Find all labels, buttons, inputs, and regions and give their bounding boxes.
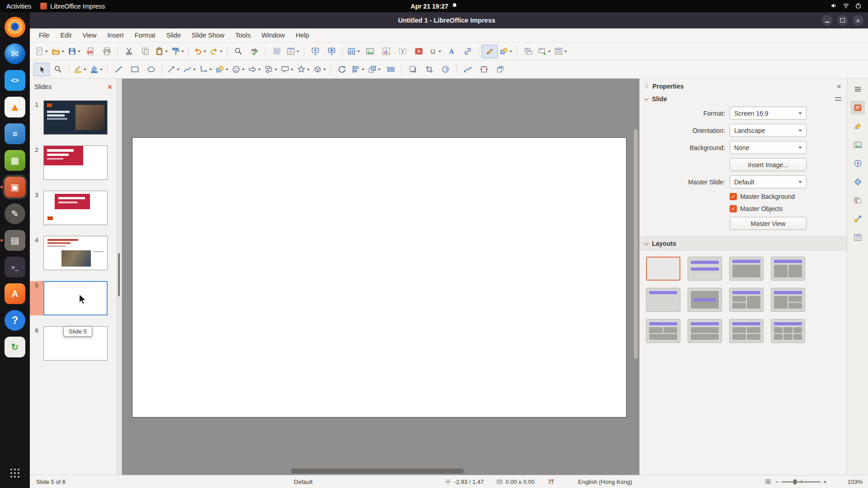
insert-table-button[interactable]	[345, 45, 362, 58]
zoom-button[interactable]	[50, 63, 66, 76]
hyperlink-button[interactable]	[459, 45, 476, 58]
connector-button[interactable]	[198, 63, 214, 76]
points-button[interactable]	[459, 63, 476, 76]
insert-image-button[interactable]: Insert Image...	[730, 158, 807, 171]
ellipse-shape-button[interactable]	[143, 63, 159, 76]
background-select[interactable]: None	[730, 141, 807, 154]
title-bar[interactable]: Untitled 1 - LibreOffice Impress ×	[30, 12, 868, 28]
layout-title-content[interactable]	[729, 257, 764, 281]
layout-blank[interactable]	[646, 257, 680, 281]
slide-3-thumbnail[interactable]	[43, 191, 108, 225]
layout-title-6content[interactable]	[771, 319, 805, 343]
layout-title-2c-over-c[interactable]	[646, 319, 680, 343]
callouts-button[interactable]	[279, 63, 295, 76]
distribute-button[interactable]	[382, 63, 399, 76]
zoom-percent[interactable]: 103%	[848, 479, 863, 485]
block-arrows-button[interactable]	[246, 63, 263, 76]
sidebar-tab-navigator[interactable]	[850, 156, 865, 170]
sidebar-tab-properties[interactable]	[850, 101, 865, 114]
minimize-button[interactable]	[822, 15, 833, 26]
paste-button[interactable]	[153, 45, 170, 58]
line-button[interactable]	[110, 63, 127, 76]
sidebar-tab-transition[interactable]	[850, 193, 865, 207]
sidebar-tab-styles[interactable]: A	[850, 119, 865, 133]
slide-layout-button[interactable]	[552, 45, 569, 58]
master-slide-name[interactable]: Default	[294, 479, 312, 485]
dock-gimp[interactable]: ✎	[5, 203, 25, 224]
layout-centered-text[interactable]	[688, 288, 722, 312]
dock-thunderbird[interactable]: ✉	[5, 43, 25, 64]
special-char-button[interactable]: Ω	[427, 45, 443, 58]
master-objects-checkbox[interactable]: Master Objects	[730, 205, 807, 213]
dock-calc[interactable]: ▦	[5, 150, 25, 171]
start-current-slide-button[interactable]	[323, 45, 340, 58]
focused-app-indicator[interactable]: LibreOffice Impress	[40, 3, 105, 10]
zoom-in-button[interactable]: +	[823, 479, 827, 485]
dock-vscode[interactable]: <>	[5, 70, 25, 91]
menu-slide[interactable]: Slide	[161, 30, 186, 41]
layout-title-c-over-c[interactable]	[688, 319, 722, 343]
duplicate-slide-button[interactable]	[520, 45, 536, 58]
line-color-button[interactable]	[72, 63, 88, 76]
dock-help[interactable]: ?	[5, 310, 25, 331]
dock-writer[interactable]: ≡	[5, 123, 25, 144]
zoom-slider-thumb[interactable]	[793, 479, 797, 484]
activities-button[interactable]: Activities	[6, 3, 31, 10]
menu-edit[interactable]: Edit	[55, 30, 77, 41]
spelling-button[interactable]: AB	[246, 45, 263, 58]
sidebar-tab-shapes[interactable]	[850, 175, 865, 188]
insert-chart-button[interactable]	[378, 45, 394, 58]
display-views-button[interactable]	[285, 45, 301, 58]
horizontal-scrollbar-thumb[interactable]	[291, 469, 463, 474]
menu-tools[interactable]: Tools	[230, 30, 256, 41]
new-document-button[interactable]	[33, 45, 50, 58]
unsaved-changes-icon[interactable]	[548, 479, 554, 485]
crop-button[interactable]	[421, 63, 437, 76]
zoom-slider[interactable]	[782, 479, 821, 485]
slide-2-thumbnail[interactable]	[43, 145, 108, 180]
layout-title-only[interactable]	[646, 288, 680, 312]
cut-button[interactable]	[121, 45, 137, 58]
layout-title-slide[interactable]	[688, 257, 722, 281]
orientation-select[interactable]: Landscape	[730, 124, 807, 137]
slide-5-thumbnail[interactable]	[43, 281, 108, 315]
glue-points-button[interactable]	[476, 63, 492, 76]
vertical-scrollbar-thumb[interactable]	[633, 129, 638, 359]
menu-window[interactable]: Window	[256, 30, 290, 41]
symbol-shapes-button[interactable]	[230, 63, 246, 76]
dock-vlc[interactable]: ▲	[5, 97, 25, 117]
flowchart-button[interactable]	[263, 63, 279, 76]
panel-grip-icon[interactable]	[645, 84, 648, 89]
select-button[interactable]	[33, 63, 50, 76]
start-first-slide-button[interactable]	[307, 45, 323, 58]
save-button[interactable]	[66, 45, 82, 58]
dock-terminal[interactable]: >_	[5, 257, 25, 277]
text-language[interactable]: English (Hong Kong)	[578, 479, 632, 485]
redo-button[interactable]	[208, 45, 224, 58]
close-button[interactable]: ×	[853, 15, 863, 26]
slides-panel-close-icon[interactable]	[108, 83, 112, 91]
display-grid-button[interactable]	[269, 45, 285, 58]
insert-media-button[interactable]	[410, 45, 427, 58]
menu-file[interactable]: File	[33, 30, 55, 41]
slide-1-thumbnail[interactable]	[43, 100, 108, 135]
zoom-out-button[interactable]: −	[776, 479, 779, 485]
clone-formatting-button[interactable]	[170, 45, 186, 58]
layout-title-2c-c[interactable]	[729, 288, 764, 312]
panel-splitter[interactable]	[117, 79, 122, 475]
dock-trash[interactable]: ↻	[5, 337, 25, 357]
menu-insert[interactable]: Insert	[102, 30, 129, 41]
master-slide-select[interactable]: Default	[730, 175, 807, 188]
dock-firefox[interactable]	[5, 17, 25, 38]
menu-format[interactable]: Format	[129, 30, 161, 41]
sidebar-tab-gallery[interactable]	[850, 138, 865, 151]
extrusion-button[interactable]	[492, 63, 508, 76]
slide-4-thumbnail[interactable]	[43, 236, 108, 270]
more-options-icon[interactable]	[835, 96, 841, 102]
find-replace-button[interactable]	[230, 45, 246, 58]
restore-button[interactable]	[837, 15, 848, 26]
layout-title-2content[interactable]	[771, 257, 805, 281]
basic-shapes-button[interactable]	[214, 63, 230, 76]
fit-slide-icon[interactable]	[765, 479, 771, 485]
stars-button[interactable]	[295, 63, 311, 76]
